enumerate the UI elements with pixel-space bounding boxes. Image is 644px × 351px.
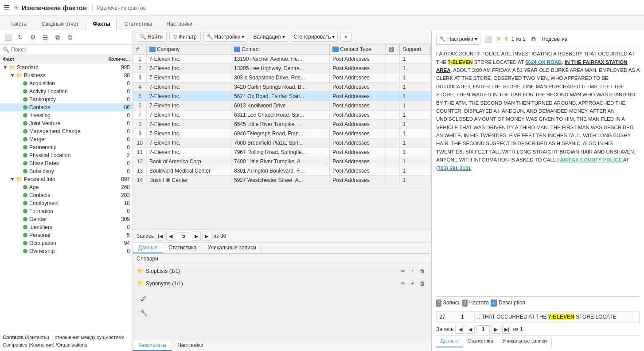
last-page-btn[interactable]: ▶| — [203, 232, 211, 241]
find-button[interactable]: 🔍 Найти — [136, 32, 167, 42]
tree-item[interactable]: Age268 — [0, 183, 133, 191]
tree-item[interactable]: Personal5 — [0, 231, 133, 239]
tree-arrow-icon[interactable]: ▼ — [3, 64, 9, 71]
copy3-btn[interactable]: ⧉ — [65, 32, 75, 43]
table-row[interactable]: 6 7-Eleven Inc. 6013 Knollwood Drive Pos… — [133, 101, 431, 110]
config-tab[interactable]: Настройки — [172, 340, 209, 351]
tree-item[interactable]: Identifiers0 — [0, 223, 133, 231]
tree-item[interactable]: Activity Location0 — [0, 87, 133, 95]
table-row[interactable]: 8 7-Eleven Inc. 6545 Little River Turnpi… — [133, 120, 431, 129]
table-row[interactable]: 5 7-Eleven Inc. 5624 Ox Road, Fairfax St… — [133, 92, 431, 101]
right-settings-btn[interactable]: 🔧 Настройки ▾ — [436, 34, 480, 45]
refresh-btn[interactable]: ↻ — [15, 32, 26, 43]
table-row[interactable]: 14 Bush Hill Center 5927 Westchester Str… — [133, 176, 431, 185]
text-police-link[interactable]: FAIRFAX COUNTY POLICE — [557, 157, 622, 162]
tab-summary[interactable]: Сводный отчет — [35, 18, 86, 30]
tab-texts[interactable]: Тексты — [4, 18, 34, 30]
tree-item[interactable]: Ownership0 — [0, 247, 133, 255]
tree-arrow-icon[interactable]: ▼ — [10, 72, 16, 79]
col-header-contact[interactable]: Contact — [231, 44, 330, 55]
list-btn[interactable]: ☰ — [40, 32, 51, 43]
copy-btn[interactable]: ⬜ — [3, 32, 13, 43]
text-phone-link[interactable]: (703) 691-2131 — [436, 166, 471, 171]
right-next-btn[interactable]: ▶ — [492, 325, 500, 334]
synonyms-add-btn[interactable]: + — [409, 280, 417, 288]
right-btab-data[interactable]: Данные — [436, 336, 463, 347]
tree-item[interactable]: Acquisition0 — [0, 79, 133, 87]
copy2-btn[interactable]: ⧉ — [52, 32, 63, 43]
table-row[interactable]: 4 7-Eleven Inc. 3420 Carlin Springs Road… — [133, 83, 431, 92]
stoplists-item[interactable]: 📁 StopLists (1/1) ✏ + 🗑 — [135, 266, 429, 276]
tree-item[interactable]: Contacts86 — [0, 103, 133, 111]
wrench-icon[interactable]: 🔧 — [138, 308, 149, 318]
tree-item[interactable]: Share Rates0 — [0, 159, 133, 167]
more-button[interactable]: » — [340, 32, 351, 42]
tree-item[interactable]: ▼📁Personal Info897 — [0, 175, 133, 183]
tab-statistics[interactable]: Статистика — [117, 18, 159, 30]
right-copy-btn[interactable]: ⬜ — [483, 34, 494, 45]
btab-unique[interactable]: Уникальные записи — [202, 243, 262, 253]
btab-data[interactable]: Данные — [133, 243, 163, 253]
right-btab-unique[interactable]: Уникальные записи — [498, 336, 552, 347]
tree-item[interactable]: Contacts203 — [0, 191, 133, 199]
tree-arrow-icon[interactable]: ▼ — [10, 176, 16, 182]
table-row[interactable]: 2 7-Eleven Inc. 13305 Lee Highway, Centr… — [133, 64, 431, 73]
right-first-btn[interactable]: |◀ — [455, 325, 464, 334]
page-input[interactable] — [177, 232, 190, 240]
table-row[interactable]: 11 7-Eleven Inc. 7967 Rolling Road, Spri… — [133, 148, 431, 157]
filter-button[interactable]: ▽ Фильтр — [169, 32, 200, 42]
settings-dropdown[interactable]: 🔧 Настройки ▾ — [203, 32, 248, 42]
text-address-link[interactable]: 5624 OX ROAD, — [525, 59, 563, 65]
stoplists-add-btn[interactable]: + — [409, 267, 417, 275]
tab-settings[interactable]: Настройки — [160, 18, 199, 30]
stoplists-delete-btn[interactable]: 🗑 — [418, 267, 426, 275]
table-row[interactable]: 1 7-Eleven Inc. 13190 Parcher Avenue, He… — [133, 55, 431, 64]
tree-item[interactable]: Gender309 — [0, 215, 133, 223]
synonyms-delete-btn[interactable]: 🗑 — [418, 280, 426, 288]
tree-item[interactable]: Employment18 — [0, 199, 133, 207]
tree-item[interactable]: Bankruptcy0 — [0, 95, 133, 103]
col-header-contact-type[interactable]: Contact Type — [330, 44, 386, 55]
text-edit-icon[interactable]: 🖊 — [138, 293, 149, 304]
table-row[interactable]: 13 Boulevard Medical Center 8301 Arlingt… — [133, 166, 431, 176]
btab-stats[interactable]: Статистика — [163, 243, 202, 253]
generate-dropdown[interactable]: Сгенерировать ▾ — [291, 32, 338, 42]
results-tab[interactable]: Результаты — [133, 340, 172, 351]
first-page-btn[interactable]: |◀ — [156, 232, 164, 241]
data-table-container[interactable]: # Company Contact Contact Type 2 Support… — [133, 44, 431, 229]
next-page-btn[interactable]: ▶ — [192, 232, 201, 241]
table-row[interactable]: 3 7-Eleven Inc. 303-c Soapstone Drive, R… — [133, 73, 431, 83]
synonyms-edit-btn[interactable]: ✏ — [399, 280, 407, 288]
gear-btn[interactable]: ⚙ — [27, 32, 38, 43]
prev-page-btn[interactable]: ◀ — [166, 232, 175, 241]
menu-icon[interactable]: ☰ — [4, 4, 10, 12]
right-page-input[interactable] — [476, 325, 490, 333]
tree-item[interactable]: Investing0 — [0, 111, 133, 119]
tree-item[interactable]: Partnership0 — [0, 143, 133, 151]
right-warn-icon[interactable]: ✳ — [504, 35, 509, 44]
right-star-icon[interactable]: ✳ — [496, 35, 501, 44]
search-input[interactable] — [11, 47, 130, 53]
table-row[interactable]: 10 7-Eleven Inc. 7000 Brookfield Plaza, … — [133, 138, 431, 148]
right-table-icon[interactable]: ⧉ — [528, 34, 539, 45]
right-prev-btn[interactable]: ◀ — [466, 325, 475, 334]
table-row[interactable]: 12 Bank of America Corp. 7400 Little Riv… — [133, 157, 431, 166]
tree-item[interactable]: Formation0 — [0, 207, 133, 215]
tree-item[interactable]: Physical Location2 — [0, 151, 133, 159]
right-btab-stats[interactable]: Статистика — [463, 336, 498, 347]
tree-item[interactable]: Occupation94 — [0, 239, 133, 247]
tree-item[interactable]: ▼📁Standard985 — [0, 63, 133, 71]
tree-item[interactable]: Subsidiary0 — [0, 167, 133, 175]
tree-item[interactable]: Merger0 — [0, 135, 133, 143]
table-row[interactable]: 9 7-Eleven Inc. 6946 Telegraph Road, Fra… — [133, 129, 431, 138]
tab-facts[interactable]: Факты — [86, 18, 117, 30]
table-row[interactable]: 7 7-Eleven Inc. 6311 Lee Chapel Road, Sp… — [133, 110, 431, 120]
col-header-company[interactable]: Company — [147, 44, 231, 55]
tree-item[interactable]: ▼📁Business88 — [0, 71, 133, 79]
tree-item[interactable]: Management Change0 — [0, 127, 133, 135]
stoplists-edit-btn[interactable]: ✏ — [399, 267, 407, 275]
synonyms-item[interactable]: 📁 Synonyms (1/1) ✏ + 🗑 — [135, 278, 429, 289]
validate-dropdown[interactable]: Валидация ▾ — [250, 32, 288, 42]
tree-item[interactable]: Joint Venture0 — [0, 119, 133, 127]
right-last-btn[interactable]: ▶| — [502, 325, 511, 334]
